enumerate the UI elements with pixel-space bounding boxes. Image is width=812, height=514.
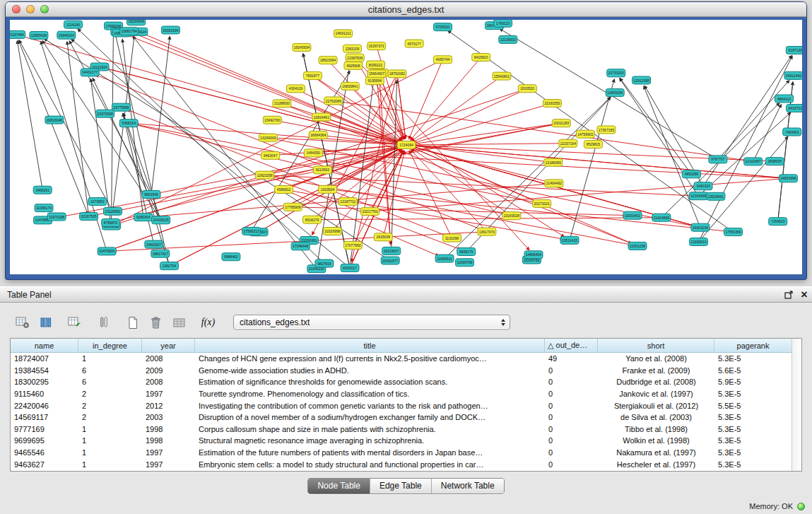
graph-node[interactable]: 12923258 <box>256 171 274 179</box>
graph-node[interactable]: 9280364 <box>134 214 153 221</box>
graph-node[interactable]: 9210563 <box>313 166 331 174</box>
graph-node[interactable]: 23301238 <box>628 242 647 250</box>
graph-node[interactable]: 17046448 <box>291 243 310 250</box>
graph-node[interactable]: 17568213 <box>242 227 261 235</box>
graph-node[interactable]: 23492760 <box>263 116 281 124</box>
graph-node[interactable]: 8415820 <box>472 54 490 62</box>
float-panel-button[interactable] <box>781 288 796 301</box>
table-row[interactable]: 946554611997Estimation of the future num… <box>11 447 801 459</box>
graph-node[interactable]: 18792082 <box>388 70 406 78</box>
import-table-button[interactable] <box>170 314 189 331</box>
graph-node[interactable]: 10479806 <box>98 247 116 255</box>
graph-edge[interactable] <box>413 123 561 144</box>
table-row[interactable]: 946362711997Embryonic stem cells: a mode… <box>11 458 801 470</box>
graph-edge[interactable] <box>122 39 143 217</box>
column-header-name[interactable]: name <box>11 339 78 352</box>
graph-node[interactable]: 22191550 <box>543 100 562 107</box>
graph-node[interactable]: 8099221 <box>367 61 385 69</box>
graph-node[interactable]: 10814461 <box>312 113 331 121</box>
graph-node[interactable]: 17357155 <box>597 126 616 134</box>
table-row[interactable]: 1456911722003Disruption of a novel membe… <box>11 411 801 424</box>
graph-edge[interactable] <box>699 56 793 242</box>
graph-edge[interactable] <box>100 67 400 144</box>
graph-node[interactable]: 4864110 <box>775 95 794 103</box>
graph-node[interactable]: 8529815 <box>584 141 602 148</box>
graph-node[interactable]: 23415025 <box>152 216 170 224</box>
function-builder-button[interactable]: f(x) <box>199 314 218 331</box>
graph-node[interactable]: 12912588 <box>632 76 651 84</box>
graph-node[interactable]: 1131098 <box>443 234 461 242</box>
graph-node[interactable]: 12101687 <box>744 158 763 165</box>
graph-node[interactable]: 17077660 <box>343 241 362 249</box>
graph-node[interactable]: 15297371 <box>367 42 386 50</box>
graph-edge[interactable] <box>67 42 89 216</box>
graph-node[interactable]: 9995175 <box>457 248 476 256</box>
graph-edge[interactable] <box>17 41 42 190</box>
graph-node[interactable]: 7691877 <box>303 72 322 80</box>
graph-node[interactable]: 8415721 <box>787 105 802 112</box>
graph-node[interactable]: 6518279 <box>303 216 322 223</box>
column-header-pagerank[interactable]: pagerank <box>714 339 792 352</box>
graph-node[interactable]: 22187711 <box>339 198 357 206</box>
graph-node[interactable]: 14666404 <box>524 251 543 259</box>
table-row[interactable]: 977716911998Corpus callosum shape and si… <box>11 424 801 436</box>
graph-node[interactable]: 21424668 <box>652 214 671 221</box>
graph-node[interactable]: 23217763 <box>361 208 379 216</box>
graph-node[interactable]: 12099768 <box>456 259 474 267</box>
graph-edge[interactable] <box>445 97 611 258</box>
graph-node[interactable]: 15949334 <box>57 31 76 39</box>
graph-node[interactable]: 14432177 <box>81 69 99 76</box>
column-header-in_degree[interactable]: in_degree <box>78 339 142 352</box>
graph-node[interactable]: 15234609 <box>127 20 146 25</box>
graph-node[interactable]: 8300617 <box>341 264 359 271</box>
close-panel-button[interactable]: × <box>796 288 812 301</box>
table-mode-button[interactable] <box>13 314 32 331</box>
column-header-title[interactable]: title <box>195 339 545 352</box>
graph-edge[interactable] <box>413 144 568 145</box>
graph-node[interactable]: 1214240 <box>64 21 83 28</box>
minimize-window-button[interactable] <box>26 5 35 13</box>
graph-node[interactable]: 12341836 <box>689 192 707 200</box>
graph-edge[interactable] <box>115 32 170 266</box>
graph-node[interactable]: 9827819 <box>315 259 334 267</box>
graph-node[interactable]: 2382754 <box>160 262 179 270</box>
graph-node[interactable]: 20816048 <box>45 116 64 124</box>
hub-node[interactable]: 1724094 <box>397 141 416 149</box>
graph-node[interactable]: 1073853 <box>88 198 107 206</box>
graph-node[interactable]: 8786870 <box>102 218 120 226</box>
graph-node[interactable]: 16119537 <box>382 247 401 255</box>
graph-node[interactable]: 16830841 <box>341 82 359 90</box>
graph-node[interactable]: 21188930 <box>273 100 291 107</box>
table-selector-dropdown[interactable]: citations_edges.txt <box>233 315 510 330</box>
tab-edge-table[interactable]: Edge Table <box>370 479 431 493</box>
graph-node[interactable]: 18523094 <box>319 57 337 64</box>
graph-node[interactable]: 13126953 <box>104 207 122 215</box>
graph-node[interactable]: 22167505 <box>80 213 98 221</box>
graph-node[interactable]: 9463047 <box>261 151 280 159</box>
graph-node[interactable]: 7254929 <box>769 218 787 226</box>
zoom-window-button[interactable] <box>40 5 49 13</box>
table-row[interactable]: 1938455462009Genome-wide association stu… <box>11 365 801 377</box>
graph-node[interactable]: 23733203 <box>607 69 625 77</box>
graph-edge[interactable] <box>334 101 401 142</box>
graph-node[interactable]: 23528661 <box>707 192 725 200</box>
graph-node[interactable]: 10033401 <box>623 211 642 219</box>
close-window-button[interactable] <box>12 5 20 13</box>
graph-edge[interactable] <box>151 36 170 194</box>
graph-node[interactable]: 5706520 <box>434 23 452 31</box>
graph-node[interactable]: 20273021 <box>533 199 551 207</box>
graph-node[interactable]: 3340323 <box>694 182 712 190</box>
graph-edge[interactable] <box>644 86 700 228</box>
graph-node[interactable]: 1919504 <box>319 185 337 193</box>
graph-node[interactable]: 11669611 <box>435 255 454 262</box>
graph-node[interactable]: 9988462 <box>222 253 240 261</box>
graph-node[interactable]: 6800549 <box>142 191 160 199</box>
graph-node[interactable]: 15664907 <box>367 70 386 78</box>
graph-node[interactable]: 18664364 <box>309 131 327 139</box>
tab-node-table[interactable]: Node Table <box>308 479 370 493</box>
graph-node[interactable]: 2898005 <box>765 158 784 165</box>
column-header-year[interactable]: year <box>142 339 195 352</box>
graph-node[interactable]: 9195694 <box>365 77 384 85</box>
graph-node[interactable]: 9767707 <box>709 156 727 163</box>
tab-network-table[interactable]: Network Table <box>431 479 504 493</box>
